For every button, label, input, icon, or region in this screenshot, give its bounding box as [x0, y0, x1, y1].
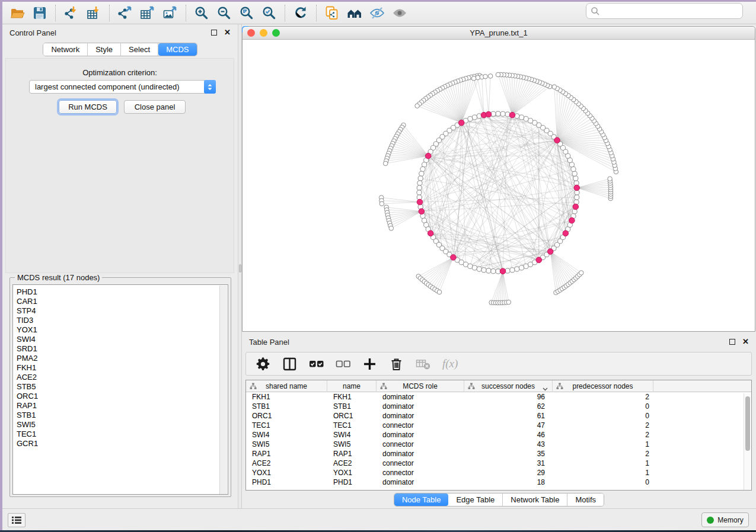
cell-shared-name[interactable]: TEC1 — [246, 421, 327, 430]
cell-successor-nodes[interactable]: 47 — [464, 421, 553, 430]
tab-node-table[interactable]: Node Table — [394, 493, 449, 506]
result-list-scrollbar[interactable] — [219, 286, 227, 495]
network-node[interactable] — [471, 76, 476, 81]
mcds-network-node[interactable] — [458, 120, 464, 126]
cell-predecessor-nodes[interactable]: 1 — [553, 440, 653, 449]
cell-shared-name[interactable]: ACE2 — [246, 459, 327, 468]
save-button[interactable] — [28, 4, 51, 23]
cell-name[interactable]: FKH1 — [327, 392, 377, 402]
mcds-network-node[interactable] — [547, 249, 553, 255]
import-table-button[interactable] — [82, 4, 105, 23]
network-node[interactable] — [496, 72, 500, 77]
network-node[interactable] — [500, 111, 505, 116]
tab-edge-table[interactable]: Edge Table — [448, 493, 503, 506]
mcds-network-node[interactable] — [417, 199, 423, 205]
deselect-all-button[interactable] — [336, 355, 350, 373]
network-node[interactable] — [420, 166, 425, 171]
cell-predecessor-nodes[interactable]: 1 — [553, 459, 653, 468]
import-network-button[interactable] — [60, 4, 82, 23]
network-node[interactable] — [415, 104, 420, 108]
mcds-result-item[interactable]: CAR1 — [13, 297, 228, 306]
network-node[interactable] — [496, 111, 500, 116]
mcds-network-node[interactable] — [574, 185, 580, 191]
cell-successor-nodes[interactable]: 35 — [464, 449, 553, 459]
mcds-result-item[interactable]: STB5 — [13, 382, 228, 392]
cell-shared-name[interactable]: PHD1 — [246, 477, 327, 487]
tab-style[interactable]: Style — [88, 43, 121, 56]
memory-button[interactable]: Memory — [701, 512, 749, 527]
mcds-network-node[interactable] — [419, 209, 425, 214]
zoom-out-button[interactable] — [213, 4, 235, 23]
show-all-button[interactable] — [388, 4, 411, 23]
cell-shared-name[interactable]: RAP1 — [246, 449, 327, 459]
network-node[interactable] — [524, 117, 528, 121]
cell-shared-name[interactable]: YOX1 — [246, 468, 327, 477]
cell-name[interactable]: PHD1 — [327, 477, 377, 487]
mcds-network-node[interactable] — [569, 217, 575, 223]
column-header-predecessor-nodes[interactable]: predecessor nodes — [553, 380, 653, 392]
cell-mcds-role[interactable]: dominator — [377, 402, 464, 411]
cell-mcds-role[interactable]: dominator — [377, 430, 464, 440]
cell-predecessor-nodes[interactable]: 1 — [553, 468, 653, 477]
float-table-panel-icon[interactable] — [729, 339, 735, 345]
mcds-network-node[interactable] — [428, 230, 433, 236]
network-node[interactable] — [608, 177, 613, 181]
tab-motifs[interactable]: Motifs — [567, 493, 604, 506]
cell-mcds-role[interactable]: connector — [377, 440, 464, 449]
network-node[interactable] — [417, 185, 422, 190]
table-row[interactable]: ORC1ORC1dominator610 — [246, 411, 751, 421]
mcds-result-item[interactable]: STP4 — [13, 306, 228, 316]
zoom-fit-button[interactable] — [235, 4, 258, 23]
cell-predecessor-nodes[interactable]: 2 — [553, 430, 653, 440]
table-scrollbar[interactable] — [744, 393, 751, 490]
column-header-successor-nodes[interactable]: successor nodes — [464, 380, 553, 392]
hide-selected-button[interactable] — [366, 4, 388, 23]
tab-mcds[interactable]: MCDS — [158, 43, 196, 56]
cell-predecessor-nodes[interactable]: 2 — [553, 421, 653, 430]
columns-button[interactable] — [282, 355, 297, 373]
table-row[interactable]: ACE2ACE2connector311 — [246, 459, 751, 468]
network-node[interactable] — [481, 268, 486, 273]
table-row[interactable]: TEC1TEC1connector472 — [246, 421, 751, 430]
export-network-button[interactable] — [114, 4, 136, 23]
network-node[interactable] — [422, 162, 427, 167]
mcds-result-item[interactable]: PMA2 — [13, 354, 228, 363]
mcds-network-node[interactable] — [573, 204, 579, 210]
close-panel-button[interactable]: Close panel — [124, 100, 186, 114]
cell-successor-nodes[interactable]: 46 — [464, 430, 553, 440]
network-node[interactable] — [575, 195, 579, 200]
zoom-selected-button[interactable] — [258, 4, 280, 23]
splitter-grip[interactable] — [239, 264, 241, 273]
cell-shared-name[interactable]: ORC1 — [246, 411, 327, 421]
cell-successor-nodes[interactable]: 43 — [464, 440, 553, 449]
cell-predecessor-nodes[interactable]: 0 — [553, 477, 653, 487]
panel-list-button[interactable] — [8, 513, 25, 527]
network-node[interactable] — [483, 74, 488, 79]
panel-splitter[interactable] — [238, 24, 242, 508]
mcds-network-node[interactable] — [451, 255, 457, 261]
mcds-result-item[interactable]: ACE2 — [13, 373, 228, 382]
mcds-network-node[interactable] — [509, 112, 515, 118]
search-input[interactable] — [600, 5, 742, 17]
network-node[interactable] — [571, 166, 576, 171]
settings-button[interactable] — [256, 355, 270, 373]
column-header-name[interactable]: name — [327, 380, 377, 392]
mcds-result-item[interactable]: ORC1 — [13, 392, 228, 401]
delete-button[interactable] — [389, 355, 404, 373]
network-node[interactable] — [468, 264, 473, 268]
float-panel-icon[interactable] — [211, 30, 217, 36]
cell-successor-nodes[interactable]: 62 — [464, 402, 553, 411]
cell-successor-nodes[interactable]: 29 — [464, 468, 553, 477]
network-node[interactable] — [419, 171, 424, 176]
cell-mcds-role[interactable]: connector — [377, 421, 464, 430]
export-image-button[interactable] — [159, 4, 181, 23]
cell-name[interactable]: ACE2 — [327, 459, 377, 468]
cell-mcds-role[interactable]: dominator — [377, 411, 464, 421]
close-panel-icon[interactable]: ✕ — [224, 30, 231, 36]
table-row[interactable]: RAP1RAP1dominator352 — [246, 449, 751, 459]
cell-shared-name[interactable]: SWI5 — [246, 440, 327, 449]
add-button[interactable] — [362, 355, 377, 373]
mcds-result-item[interactable]: RAP1 — [13, 401, 228, 411]
cell-name[interactable]: SWI4 — [327, 430, 377, 440]
column-header-shared-name[interactable]: shared name — [246, 380, 327, 392]
